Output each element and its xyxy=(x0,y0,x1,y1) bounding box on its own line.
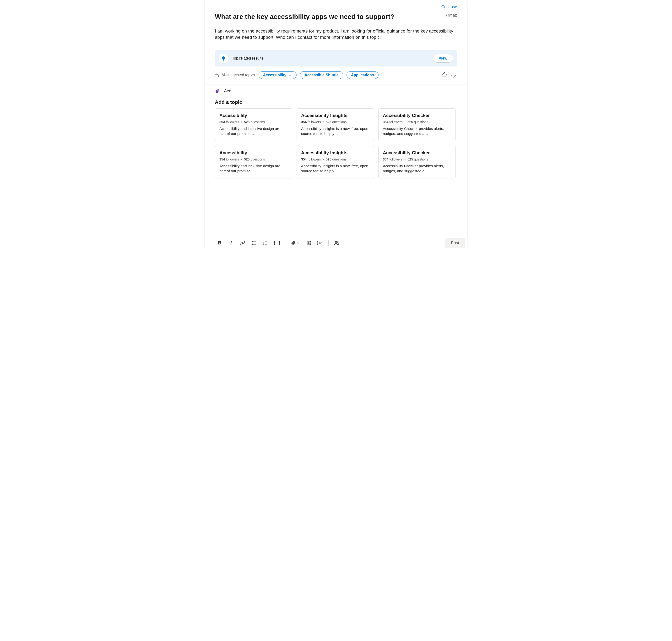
content-area: Collapse What are the key accessibility … xyxy=(205,0,467,236)
svg-text:3: 3 xyxy=(263,244,264,245)
bullet-list-icon xyxy=(251,241,257,246)
topic-search-input[interactable] xyxy=(224,88,272,94)
code-button[interactable]: { } xyxy=(272,238,282,248)
italic-button[interactable]: I xyxy=(226,238,236,248)
title-row: What are the key accessibility apps we n… xyxy=(215,13,457,21)
view-results-button[interactable]: View xyxy=(433,54,453,63)
suggested-topic-applications[interactable]: Applications xyxy=(347,71,379,79)
mention-button[interactable] xyxy=(332,238,341,248)
suggested-topic-accessibility[interactable]: Accessibility ＋ xyxy=(258,71,297,79)
paperclip-icon xyxy=(291,241,296,245)
topic-card-desc: Accessibility and inclusive design are p… xyxy=(219,164,288,174)
svg-point-7 xyxy=(252,244,253,244)
sparkle-icon xyxy=(215,73,220,78)
link-icon xyxy=(240,241,245,246)
topic-card-title: Accessibility Checker xyxy=(383,150,451,155)
ai-suggestions-row: AI-suggested topics Accessibility ＋ Acce… xyxy=(215,71,457,79)
svg-rect-14 xyxy=(307,241,311,245)
topic-card-meta: 354 followers • 525 questions xyxy=(301,158,369,161)
plus-icon: ＋ xyxy=(288,73,292,77)
format-toolbar: B I 123 { } GIF xyxy=(205,236,467,250)
topic-card-desc: Accessibility Checker provides alerts, n… xyxy=(383,126,451,136)
topic-card-title: Accessibility xyxy=(219,113,288,118)
svg-point-15 xyxy=(308,242,309,243)
lightbulb-icon xyxy=(221,56,226,61)
topic-card-title: Accessibility Insights xyxy=(301,150,369,155)
topic-card-meta: 354 followers • 525 questions xyxy=(383,158,451,161)
svg-point-5 xyxy=(252,241,253,242)
char-counter: 56/150 xyxy=(446,14,457,18)
link-button[interactable] xyxy=(238,238,247,248)
bulb-icon-wrap xyxy=(219,54,228,63)
text-format-group: B I 123 { } xyxy=(215,238,282,248)
bullet-list-button[interactable] xyxy=(249,238,259,248)
toolbar-separator xyxy=(285,240,285,246)
gif-button[interactable]: GIF xyxy=(316,238,325,248)
numbered-list-icon: 123 xyxy=(263,241,268,246)
topic-card[interactable]: Accessibility Insights 354 followers • 5… xyxy=(297,108,374,141)
topic-card-desc: Accessibility Checker provides alerts, n… xyxy=(383,164,451,174)
topic-card-meta: 354 followers • 525 questions xyxy=(219,158,288,161)
gif-icon: GIF xyxy=(317,241,323,245)
ai-suggested-label: AI-suggested topics xyxy=(215,73,255,78)
topic-card-desc: Accessibility Insights is a new, free, o… xyxy=(301,164,369,174)
svg-point-19 xyxy=(337,241,338,242)
chevron-down-icon xyxy=(297,241,300,245)
thumbs-up-button[interactable] xyxy=(442,72,448,78)
numbered-list-button[interactable]: 123 xyxy=(261,238,270,248)
topic-card-desc: Accessibility and inclusive design are p… xyxy=(219,126,288,136)
topic-card[interactable]: Accessibility Checker 354 followers • 52… xyxy=(378,146,456,179)
people-add-icon xyxy=(334,240,339,246)
topic-card[interactable]: Accessibility Insights 354 followers • 5… xyxy=(297,146,374,179)
image-icon xyxy=(306,241,311,246)
question-body[interactable]: I am working on the accessibility requir… xyxy=(215,28,457,41)
topic-card-title: Accessibility Checker xyxy=(383,113,451,118)
topic-card-meta: 354 followers • 525 questions xyxy=(383,120,451,124)
code-icon: { } xyxy=(273,241,281,245)
feedback-group xyxy=(442,72,457,78)
topic-card[interactable]: Accessibility 354 followers • 525 questi… xyxy=(215,108,292,141)
svg-point-1 xyxy=(217,89,219,92)
bold-icon: B xyxy=(218,240,221,246)
topic-card[interactable]: Accessibility Checker 354 followers • 52… xyxy=(378,108,456,141)
insert-group: GIF xyxy=(289,238,325,248)
ai-label-text: AI-suggested topics xyxy=(222,73,255,77)
cards-wrap: Accessibility 354 followers • 525 questi… xyxy=(215,108,457,236)
suggested-topic-accessible-shuttle[interactable]: Accessible Shuttle xyxy=(300,71,343,79)
svg-point-18 xyxy=(335,241,337,243)
svg-point-6 xyxy=(252,243,253,243)
pill-label: Accessibility xyxy=(263,73,286,77)
compose-dialog: Collapse What are the key accessibility … xyxy=(205,0,467,250)
thumbs-up-icon xyxy=(442,72,447,78)
topic-cards-grid: Accessibility 354 followers • 525 questi… xyxy=(215,108,456,179)
collapse-link[interactable]: Collapse xyxy=(442,4,457,9)
topic-card-meta: 354 followers • 525 questions xyxy=(219,120,288,124)
thumbs-down-icon xyxy=(451,72,457,78)
topic-card-title: Accessibility Insights xyxy=(301,113,369,118)
topic-card[interactable]: Accessibility 354 followers • 525 questi… xyxy=(215,146,292,179)
italic-icon: I xyxy=(230,240,232,246)
pill-label: Accessible Shuttle xyxy=(305,73,338,77)
bold-button[interactable]: B xyxy=(215,238,224,248)
topic-badge-icon xyxy=(215,88,221,94)
add-topic-heading: Add a topic xyxy=(215,99,457,105)
question-title: What are the key accessibility apps we n… xyxy=(215,13,394,21)
topic-card-title: Accessibility xyxy=(219,150,288,155)
topic-input-row xyxy=(215,88,457,94)
pill-label: Applications xyxy=(351,73,374,77)
topic-card-desc: Accessibility Insights is a new, free, o… xyxy=(301,126,369,136)
top-row: Collapse xyxy=(215,4,457,9)
topic-card-meta: 354 followers • 525 questions xyxy=(301,120,369,124)
cards-scroll[interactable]: Accessibility 354 followers • 525 questi… xyxy=(215,108,457,236)
thumbs-down-button[interactable] xyxy=(451,72,457,78)
post-button[interactable]: Post xyxy=(445,238,465,248)
section-divider xyxy=(205,84,467,84)
image-button[interactable] xyxy=(304,238,313,248)
attach-button[interactable] xyxy=(289,238,302,248)
svg-text:GIF: GIF xyxy=(319,242,322,244)
related-results-banner: Top related results View xyxy=(215,50,457,67)
related-results-label: Top related results xyxy=(232,56,429,60)
